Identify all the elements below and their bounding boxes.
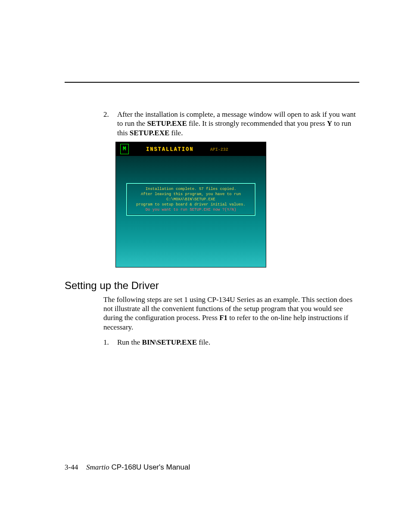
step-2-bold3: SETUP.EXE: [130, 129, 169, 137]
dialog-line-3: C:\MOXA\BIN\SETUP.EXE: [166, 197, 215, 202]
dos-installation-screenshot: M INSTALLATION API-232 Installation comp…: [115, 142, 266, 268]
step-1-bold: BIN\SETUP.EXE: [142, 338, 197, 346]
step-2-post: file.: [169, 129, 183, 137]
step-2-bold2: Y: [327, 119, 332, 128]
screenshot-subtitle: API-232: [210, 147, 228, 152]
section-heading-setting-up-driver: Setting up the Driver: [65, 280, 359, 292]
screenshot-titlebar: M INSTALLATION API-232: [116, 142, 266, 156]
footer-doc: CP-168U User's Manual: [109, 463, 190, 471]
step-2-text: After the installation is complete, a me…: [117, 110, 359, 137]
dialog-line-1: Installation complete. 57 files copied.: [146, 187, 237, 192]
step-2-item: 2. After the installation is complete, a…: [103, 110, 359, 137]
page-number: 3-44: [65, 463, 78, 471]
step-2-marker: 2.: [103, 110, 111, 137]
step-2-mid1: file. It is strongly recommended that yo…: [187, 119, 327, 128]
section-body: The following steps are set 1 using CP-1…: [103, 295, 359, 332]
dialog-line-5: Do you want to run SETUP.EXE now ?(Y/N): [146, 207, 237, 212]
step-1-item: 1. Run the BIN\SETUP.EXE file.: [103, 338, 359, 347]
step-2-bold1: SETUP.EXE: [147, 119, 187, 128]
dialog-line-2: After leaving this program, you have to …: [141, 192, 241, 197]
screenshot-title-wrap: INSTALLATION API-232: [146, 145, 228, 153]
screenshot-dialog: Installation complete. 57 files copied. …: [126, 183, 255, 216]
step-1-text: Run the BIN\SETUP.EXE file.: [117, 338, 210, 347]
moxa-logo-icon: M: [120, 144, 129, 154]
step-1-post: file.: [197, 338, 210, 346]
screenshot-title: INSTALLATION: [146, 146, 193, 152]
step-1-pre: Run the: [117, 338, 142, 346]
step-1-marker: 1.: [103, 338, 111, 347]
page-footer: 3-44 Smartio CP-168U User's Manual: [65, 463, 190, 472]
header-rule: [65, 82, 359, 83]
dialog-line-4: program to setup board & driver initial …: [136, 202, 246, 207]
footer-brand: Smartio: [86, 463, 109, 471]
section-body-bold: F1: [219, 314, 227, 322]
